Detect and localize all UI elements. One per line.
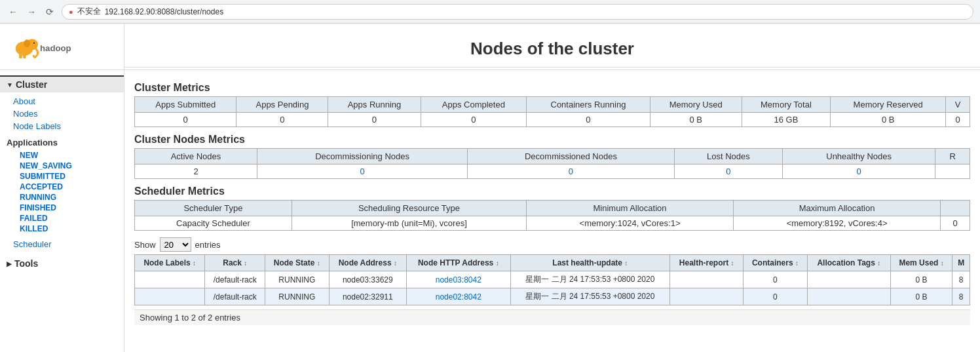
main-content: Cluster Metrics Apps Submitted Apps Pend… xyxy=(124,70,980,352)
cnm-col-decommissioned: Decommissioned Nodes xyxy=(468,149,674,165)
back-button[interactable]: ← xyxy=(7,5,20,18)
nt-col-m: M xyxy=(952,255,970,271)
nt-col-containers[interactable]: Containers ↕ xyxy=(744,255,807,271)
cm-col-v: V xyxy=(946,97,970,113)
scheduler-metrics-table: Scheduler Type Scheduling Resource Type … xyxy=(134,200,970,231)
cnm-val-decommissioned: 0 xyxy=(468,165,674,179)
sort-icon-last-health: ↕ xyxy=(624,260,628,267)
sidebar-app-links: NEW NEW_SAVING SUBMITTED ACCEPTED RUNNIN… xyxy=(0,150,124,234)
sidebar-link-running[interactable]: RUNNING xyxy=(0,192,124,203)
sort-icon-node-labels: ↕ xyxy=(193,260,196,267)
sidebar-link-new-saving[interactable]: NEW_SAVING xyxy=(0,161,124,171)
sidebar-link-submitted[interactable]: SUBMITTED xyxy=(0,171,124,182)
sort-icon-node-address: ↕ xyxy=(394,260,397,267)
row1-m: 8 xyxy=(952,271,970,288)
nt-col-node-labels[interactable]: Node Labels ↕ xyxy=(135,255,205,271)
browser-chrome: ← → ⟳ ● 不安全 192.168.92.90:8088/cluster/n… xyxy=(0,0,980,24)
cm-col-apps-pending: Apps Pending xyxy=(236,97,328,113)
nt-col-node-http[interactable]: Node HTTP Address ↕ xyxy=(407,255,510,271)
row1-node-http: node03:8042 xyxy=(407,271,510,288)
sidebar-link-about[interactable]: About xyxy=(0,95,124,108)
cnm-col-unhealthy: Unhealthy Nodes xyxy=(783,149,935,165)
row1-node-state: RUNNING xyxy=(265,271,329,288)
forward-button[interactable]: → xyxy=(25,5,38,18)
sort-icon-node-http: ↕ xyxy=(496,260,499,267)
row1-node-http-link[interactable]: node03:8042 xyxy=(436,275,481,284)
cnm-col-decommissioning: Decommissioning Nodes xyxy=(257,149,467,165)
sidebar-link-node-labels[interactable]: Node Labels xyxy=(0,120,124,132)
row2-node-labels xyxy=(135,288,205,305)
page-title: Nodes of the cluster xyxy=(124,26,980,68)
row1-node-address: node03:33629 xyxy=(329,271,407,288)
showing-text: Showing 1 to 2 of 2 entries xyxy=(134,309,970,325)
sm-val-extra: 0 xyxy=(941,216,970,231)
cm-val-apps-submitted: 0 xyxy=(135,113,236,127)
row2-last-health: 星期一 二月 24 17:55:53 +0800 2020 xyxy=(510,288,670,305)
logo-area: hadoop xyxy=(0,24,124,69)
address-bar[interactable]: ● 不安全 192.168.92.90:8088/cluster/nodes xyxy=(62,4,973,20)
sort-icon-allocation-tags: ↕ xyxy=(877,260,880,267)
cnm-col-active: Active Nodes xyxy=(135,149,257,165)
sm-val-min-alloc: <memory:1024, vCores:1> xyxy=(527,216,734,231)
cluster-arrow-icon: ▼ xyxy=(7,81,13,88)
sidebar-applications-header: Applications xyxy=(0,135,124,150)
sm-col-resource-type: Scheduling Resource Type xyxy=(292,201,526,216)
sidebar-link-nodes[interactable]: Nodes xyxy=(0,108,124,120)
sort-icon-rack: ↕ xyxy=(244,260,247,267)
cm-val-memory-reserved: 0 B xyxy=(831,113,946,127)
cnm-col-r: R xyxy=(935,149,970,165)
sidebar-link-new[interactable]: NEW xyxy=(0,150,124,161)
sidebar-link-finished[interactable]: FINISHED xyxy=(0,203,124,213)
sm-val-resource-type: [memory-mb (unit=Mi), vcores] xyxy=(292,216,526,231)
sidebar-tools-header[interactable]: ▶ Tools xyxy=(0,254,124,273)
cm-val-apps-pending: 0 xyxy=(236,113,328,127)
title-area: Nodes of the cluster xyxy=(124,26,980,68)
sm-col-type: Scheduler Type xyxy=(135,201,292,216)
sidebar-link-killed[interactable]: KILLED xyxy=(0,224,124,234)
cm-col-containers-running: Containers Running xyxy=(527,97,650,113)
cnm-link-lost[interactable]: 0 xyxy=(726,166,730,176)
cnm-link-decommissioning[interactable]: 0 xyxy=(360,166,364,176)
svg-text:hadoop: hadoop xyxy=(40,43,71,53)
sidebar-link-scheduler[interactable]: Scheduler xyxy=(0,238,124,250)
nt-col-node-address[interactable]: Node Address ↕ xyxy=(329,255,407,271)
security-icon: ● xyxy=(69,8,73,16)
reload-button[interactable]: ⟳ xyxy=(43,5,56,18)
row2-containers: 0 xyxy=(744,288,807,305)
sidebar-link-failed[interactable]: FAILED xyxy=(0,213,124,224)
row1-rack: /default-rack xyxy=(205,271,265,288)
cnm-link-decommissioned[interactable]: 0 xyxy=(569,166,573,176)
cm-val-containers-running: 0 xyxy=(527,113,650,127)
sm-col-max-alloc: Maximum Allocation xyxy=(734,201,941,216)
row2-rack: /default-rack xyxy=(205,288,265,305)
cluster-nodes-metrics-table: Active Nodes Decommissioning Nodes Decom… xyxy=(134,148,970,179)
sidebar-link-accepted[interactable]: ACCEPTED xyxy=(0,182,124,192)
row2-m: 8 xyxy=(952,288,970,305)
nt-col-rack[interactable]: Rack ↕ xyxy=(205,255,265,271)
row1-node-labels xyxy=(135,271,205,288)
nt-col-mem-used[interactable]: Mem Used ↕ xyxy=(890,255,952,271)
show-label: Show xyxy=(134,240,156,250)
security-label: 不安全 xyxy=(77,6,101,17)
entries-select[interactable]: 10 20 25 50 100 xyxy=(160,237,191,252)
sm-col-min-alloc: Minimum Allocation xyxy=(527,201,734,216)
cnm-val-lost: 0 xyxy=(674,165,782,179)
cnm-val-active: 2 xyxy=(135,165,257,179)
tools-label: Tools xyxy=(14,258,38,269)
sidebar-cluster-header[interactable]: ▼ Cluster xyxy=(0,75,124,92)
row2-health-report xyxy=(670,288,744,305)
cnm-col-lost: Lost Nodes xyxy=(674,149,782,165)
nt-col-node-state[interactable]: Node State ↕ xyxy=(265,255,329,271)
sidebar-cluster-links: About Nodes Node Labels xyxy=(0,92,124,135)
cnm-link-unhealthy[interactable]: 0 xyxy=(857,166,861,176)
cm-val-memory-used: 0 B xyxy=(650,113,742,127)
cm-val-apps-completed: 0 xyxy=(421,113,527,127)
cm-val-v: 0 xyxy=(946,113,970,127)
cm-col-apps-running: Apps Running xyxy=(328,97,421,113)
nt-col-health-report[interactable]: Health-report ↕ xyxy=(670,255,744,271)
nt-col-last-health[interactable]: Last health-update ↕ xyxy=(510,255,670,271)
sort-icon-containers: ↕ xyxy=(795,260,799,267)
nt-col-allocation-tags[interactable]: Allocation Tags ↕ xyxy=(807,255,890,271)
cluster-nodes-metrics-title: Cluster Nodes Metrics xyxy=(134,134,970,146)
row2-node-http-link[interactable]: node02:8042 xyxy=(436,292,481,302)
